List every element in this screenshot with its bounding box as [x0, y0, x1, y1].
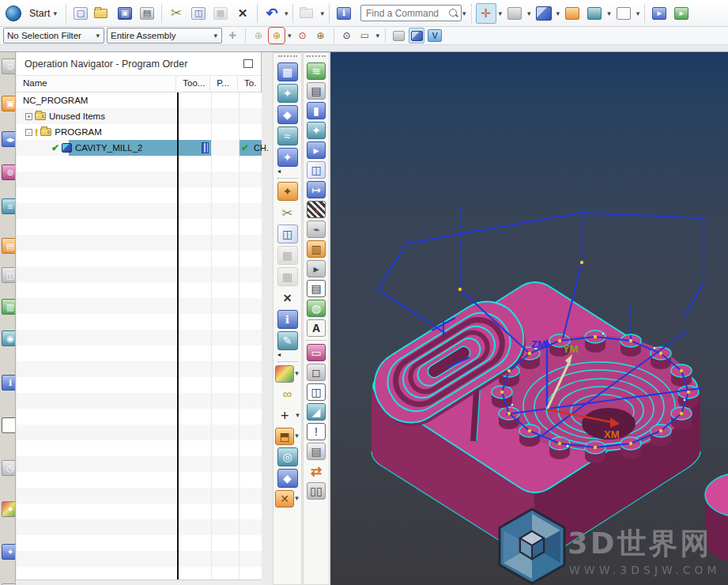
- new-file-button[interactable]: ▢: [70, 3, 91, 24]
- toolbar-grip-2[interactable]: [307, 55, 326, 59]
- view-cube-button[interactable]: [409, 28, 424, 43]
- expand-plus-icon[interactable]: +: [25, 113, 32, 120]
- list-toolpath-button[interactable]: ↦: [307, 181, 326, 198]
- assembly-navigator-tab[interactable]: ▣: [2, 96, 16, 111]
- tree-row-program[interactable]: - ! ≡ PROGRAM: [17, 124, 262, 140]
- maximize-panel-button[interactable]: [243, 59, 253, 68]
- switch-window-button[interactable]: ⇄: [307, 462, 326, 480]
- reuse-library-tab[interactable]: ≡: [2, 198, 16, 214]
- rectangle-select-button[interactable]: ▭: [357, 28, 373, 43]
- paste-inside-button[interactable]: ▦: [277, 267, 298, 286]
- circle-center-button[interactable]: ⊙: [339, 28, 355, 43]
- render-caret-icon[interactable]: ▾: [607, 9, 611, 17]
- graphics-viewport[interactable]: ZM YM XM 3D世界网 WWW.3DSJW.COM: [330, 52, 728, 585]
- datum-csys-button[interactable]: ◆: [277, 469, 298, 488]
- create-geometry-button[interactable]: ◆: [277, 105, 298, 124]
- generate-toolpath-button[interactable]: ✦: [307, 122, 326, 139]
- edit-machine-button[interactable]: ⌁: [307, 221, 326, 238]
- eraser-button[interactable]: ▭: [307, 344, 326, 361]
- point-constructor-button[interactable]: +: [274, 406, 295, 425]
- shaded-wireframe-button[interactable]: [390, 28, 406, 43]
- background-caret-icon[interactable]: ▾: [636, 9, 640, 17]
- shop-documentation-button[interactable]: ▤: [307, 280, 326, 297]
- crate-caret-icon[interactable]: ▾: [295, 494, 299, 502]
- show-hide-crate-button[interactable]: ✕: [275, 490, 294, 508]
- cut-operation-button[interactable]: ✂: [277, 203, 298, 222]
- simulate-machine-button[interactable]: ▥: [307, 240, 326, 258]
- tree-row-unused-items[interactable]: + ≡ Unused Items: [17, 108, 262, 124]
- cascade-window-button[interactable]: ▸: [671, 3, 692, 24]
- roles-gear-tab[interactable]: ⊙: [2, 58, 16, 74]
- snap-filter-button[interactable]: ⊕: [269, 28, 285, 43]
- toolbar-grip[interactable]: [278, 55, 297, 59]
- assembly-constraints-button[interactable]: ✚: [224, 28, 240, 43]
- redo-button[interactable]: [297, 3, 318, 24]
- scene-background-button[interactable]: ◢: [307, 403, 326, 421]
- postprocess-button[interactable]: ▸: [307, 260, 326, 277]
- find-command-input[interactable]: [366, 8, 448, 19]
- edit-display-button[interactable]: ✎: [277, 331, 298, 350]
- constraint-navigator-tab[interactable]: ◂▸: [2, 131, 16, 147]
- background-button[interactable]: [613, 3, 634, 24]
- start-menu-button[interactable]: Start▾: [25, 4, 62, 23]
- column-tool[interactable]: Too...: [176, 76, 210, 92]
- column-toolchange[interactable]: To.: [238, 76, 261, 92]
- collapse-group-arrow[interactable]: ◂: [275, 167, 283, 175]
- column-name[interactable]: Name: [17, 76, 176, 92]
- navigator-tree[interactable]: NC_PROGRAM + ≡ Unused Items - ! ≡ PROGRA…: [17, 92, 262, 579]
- analysis-surface-button[interactable]: [275, 365, 294, 383]
- create-tool-button[interactable]: ✦: [277, 84, 298, 103]
- link-chain-button[interactable]: ∞: [277, 385, 298, 404]
- selection-filter-select[interactable]: No Selection Filter▾: [3, 28, 104, 43]
- rect-select-caret-icon[interactable]: ▾: [376, 32, 380, 40]
- web-browser-tab[interactable]: ◍: [2, 417, 16, 433]
- orient-view-caret-icon[interactable]: ▾: [527, 9, 531, 17]
- check-mate-button[interactable]: V: [427, 28, 443, 43]
- show-3d-geometry-button[interactable]: ≋: [307, 62, 326, 80]
- find-command-caret-icon[interactable]: ▾: [462, 9, 466, 17]
- collapse-minus-icon[interactable]: -: [25, 129, 32, 136]
- object-information-button[interactable]: ℹ: [277, 310, 298, 329]
- machining-wizards-tab[interactable]: ▤: [2, 238, 16, 254]
- isometric-view-button[interactable]: [534, 3, 554, 24]
- extrude-caret-icon[interactable]: ▾: [295, 432, 299, 440]
- hole-button[interactable]: ◎: [277, 447, 298, 466]
- redo-caret-icon[interactable]: ▾: [320, 9, 324, 17]
- paste-operation-button[interactable]: ▦: [277, 246, 298, 265]
- image-capture-button[interactable]: ◻: [307, 364, 326, 381]
- column-path[interactable]: P...: [210, 76, 238, 92]
- undo-button[interactable]: ↶: [262, 3, 282, 24]
- verify-toolpath-button[interactable]: ↓: [307, 201, 326, 218]
- hd3d-eye-tab[interactable]: ◉: [2, 330, 16, 346]
- fit-view-button[interactable]: ✛: [476, 3, 496, 24]
- snap-filter-caret-icon[interactable]: ▾: [288, 32, 292, 40]
- orient-view-button[interactable]: [504, 3, 525, 24]
- fit-view-caret-icon[interactable]: ▾: [499, 9, 503, 17]
- display-toolpath-button[interactable]: ▮: [307, 102, 326, 119]
- information-window-button[interactable]: ℹ: [334, 3, 354, 24]
- render-style-button[interactable]: [562, 3, 583, 24]
- tool-library-button[interactable]: ▯▯: [307, 482, 326, 500]
- tree-row-nc-program[interactable]: NC_PROGRAM: [17, 92, 262, 108]
- history-clock-tab[interactable]: ◷: [2, 460, 16, 476]
- materials-wand-tab[interactable]: ✦: [2, 501, 16, 517]
- process-library-tab[interactable]: ▥: [2, 299, 16, 315]
- isometric-caret-icon[interactable]: ▾: [556, 9, 560, 17]
- delete-operation-button[interactable]: ✕: [277, 289, 298, 308]
- annotation-editor-button[interactable]: A: [307, 319, 326, 337]
- note-button[interactable]: !: [307, 423, 326, 440]
- replay-toolpath-button[interactable]: ▸: [307, 142, 326, 159]
- cse-globe-button[interactable]: ◍: [307, 300, 326, 317]
- edit-object-button[interactable]: ✦: [277, 182, 298, 201]
- collapse-group-arrow-2[interactable]: ◂: [275, 350, 283, 358]
- selection-scope-select[interactable]: Entire Assembly▾: [107, 28, 222, 43]
- print-part-button[interactable]: ▤: [307, 443, 326, 460]
- tree-row-cavity-mill-2[interactable]: ✔ CAVITY_MILL_2 ✔ CH.: [17, 140, 262, 156]
- panel-scrollbar[interactable]: [17, 579, 262, 585]
- copy-button[interactable]: ◫: [188, 3, 209, 24]
- cut-button[interactable]: ✂: [166, 3, 187, 24]
- copy-operation-button[interactable]: ◫: [277, 225, 298, 243]
- analysis-caret-icon[interactable]: ▾: [295, 369, 299, 377]
- snap-handle-button[interactable]: ⊕: [251, 28, 266, 43]
- paste-button[interactable]: ▦: [210, 3, 231, 24]
